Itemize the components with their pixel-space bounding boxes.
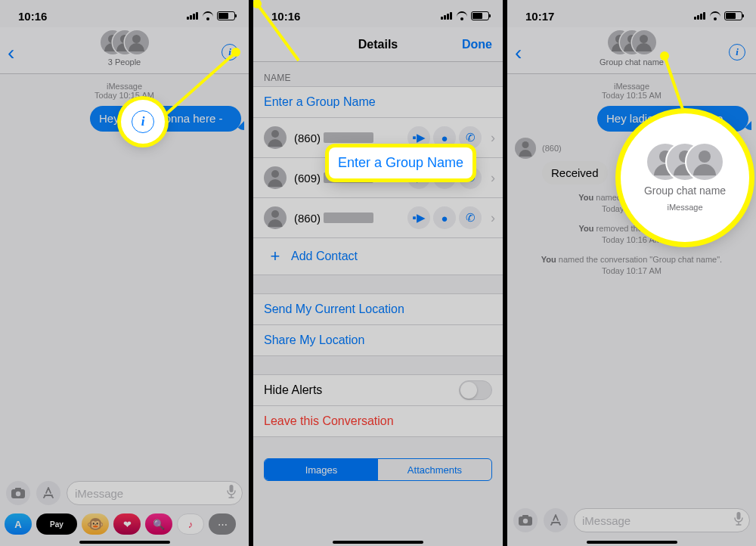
callout-info-button: i: [0, 0, 249, 546]
panel-renamed: 10:17 ‹ Group chat name i iMessage Today…: [507, 0, 756, 546]
svg-line-5: [163, 52, 236, 117]
callout-caption: Group chat name: [644, 185, 726, 197]
info-icon: i: [132, 110, 154, 133]
svg-line-7: [257, 4, 299, 60]
callout-group-title: Group chat name iMessage: [507, 0, 756, 546]
panel-conversation: 10:16 ‹ 3 People i iMessage Today 10:15 …: [0, 0, 249, 546]
avatar-icon: [686, 144, 723, 180]
callout-group-name: Enter a Group Name: [253, 0, 503, 546]
callout-pill: Enter a Group Name: [329, 147, 472, 178]
callout-sub: iMessage: [667, 203, 702, 212]
callout-big-circle: Group chat name iMessage: [621, 113, 749, 242]
panel-details: 10:16 Details Done NAME Enter a Group Na…: [253, 0, 503, 546]
